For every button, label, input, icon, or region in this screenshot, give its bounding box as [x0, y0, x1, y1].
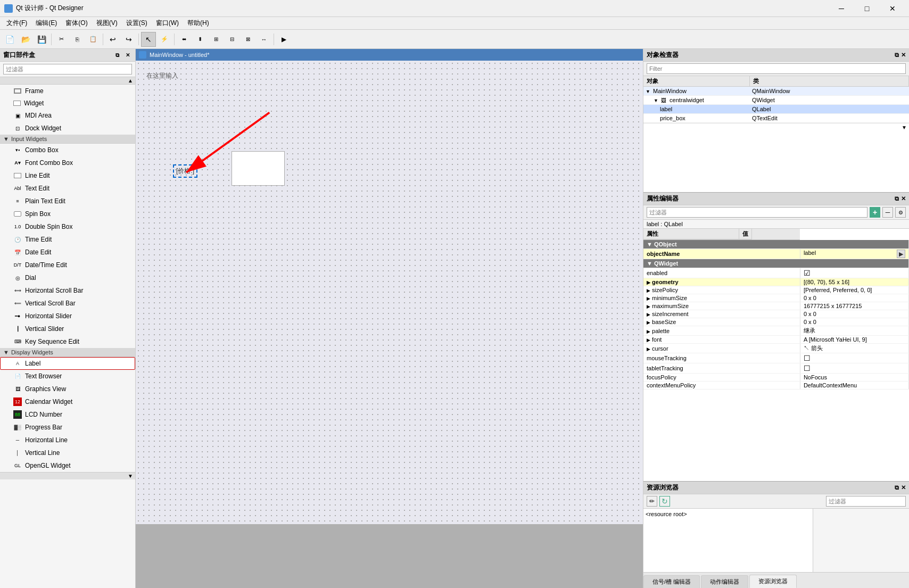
maximize-button[interactable]: □: [855, 0, 879, 17]
table-row[interactable]: label QLabel: [643, 105, 909, 114]
widget-item-fontcombo[interactable]: A▾ Font Combo Box: [0, 156, 135, 169]
widget-item-calendar[interactable]: 12 Calendar Widget: [0, 395, 135, 408]
prop-config-btn[interactable]: ⚙: [895, 207, 906, 218]
tab-action-editor[interactable]: 动作编辑器: [701, 575, 748, 588]
prop-row-minsize[interactable]: ▶ minimumSize 0 x 0: [643, 294, 909, 302]
menu-form[interactable]: 窗体(O): [61, 18, 92, 29]
widget-item-progressbar[interactable]: ▓░ Progress Bar: [0, 421, 135, 434]
obj-inspector-float-icon[interactable]: ⧉: [895, 52, 899, 59]
qwidget-expand[interactable]: ▼: [647, 260, 652, 267]
prop-remove-btn[interactable]: ─: [882, 207, 893, 218]
widget-item-plaintextedit[interactable]: ≡ Plain Text Edit: [0, 195, 135, 208]
widget-item-keyseq[interactable]: ⌨ Key Sequence Edit: [0, 335, 135, 348]
widget-item-vline[interactable]: │ Vertical Line: [0, 446, 135, 459]
widget-item-opengl[interactable]: GL OpenGL Widget: [0, 459, 135, 472]
toolbar-layout-grid[interactable]: ⊞: [209, 32, 224, 47]
toolbar-open[interactable]: 📂: [18, 32, 33, 47]
widget-item-dock[interactable]: ⊡ Dock Widget: [0, 122, 135, 135]
prop-row-enabled[interactable]: enabled ☑: [643, 268, 909, 278]
toolbar-preview[interactable]: ▶: [276, 32, 291, 47]
widget-item-frame[interactable]: Frame: [0, 85, 135, 97]
tree-scroll-down[interactable]: ▼: [899, 123, 909, 131]
cursor-expand[interactable]: ▶: [647, 346, 650, 352]
toolbar-layout-form[interactable]: ⊟: [225, 32, 239, 47]
prop-row-font[interactable]: ▶ font A [Microsoft YaHei UI, 9]: [643, 336, 909, 344]
tab-resource-browser[interactable]: 资源浏览器: [749, 575, 797, 588]
prop-row-palette[interactable]: ▶ palette 继承: [643, 326, 909, 336]
prop-value-objectname[interactable]: label ▶: [800, 249, 908, 259]
designer-canvas-area[interactable]: 在这里输入 [价格:]: [136, 61, 643, 588]
menu-file[interactable]: 文件(F): [2, 18, 31, 29]
widget-item-lineedit[interactable]: Line Edit: [0, 169, 135, 182]
toolbar-new[interactable]: 📄: [2, 32, 17, 47]
mousetracking-checkbox[interactable]: ☐: [804, 354, 811, 362]
font-expand[interactable]: ▶: [647, 337, 650, 343]
widget-item-textedit[interactable]: Abl Text Edit: [0, 182, 135, 195]
scroll-down-btn[interactable]: ▼: [126, 473, 135, 479]
menu-edit[interactable]: 编辑(E): [31, 18, 61, 29]
prop-row-mousetracking[interactable]: mouseTracking ☐: [643, 353, 909, 363]
toolbar-layout-v[interactable]: ⬍: [193, 32, 208, 47]
toolbar-cut[interactable]: ✂: [54, 32, 69, 47]
obj-inspector-close-icon[interactable]: ✕: [901, 52, 906, 59]
expand-icon-centralwidget[interactable]: ▼: [654, 98, 658, 103]
widget-item-lcdnumber[interactable]: 88 LCD Number: [0, 408, 135, 421]
qobject-expand[interactable]: ▼: [647, 241, 652, 247]
minsize-expand[interactable]: ▶: [647, 296, 650, 301]
section-display-widgets[interactable]: ▼ Display Widgets: [0, 348, 135, 357]
prop-row-maxsize[interactable]: ▶ maximumSize 16777215 x 16777215: [643, 302, 909, 310]
resource-pencil-btn[interactable]: ✏: [647, 496, 657, 507]
basesize-expand[interactable]: ▶: [647, 320, 650, 325]
widget-item-textbrowser[interactable]: 📄 Text Browser: [0, 370, 135, 383]
close-button[interactable]: ✕: [880, 0, 905, 17]
panel-close-icon[interactable]: ✕: [123, 51, 132, 60]
toolbar-save[interactable]: 💾: [34, 32, 49, 47]
table-row[interactable]: ▼ 🖼 centralwidget QWidget: [643, 96, 909, 105]
widget-item-hslider[interactable]: ━● Horizontal Slider: [0, 310, 135, 322]
prop-row-basesize[interactable]: ▶ baseSize 0 x 0: [643, 318, 909, 326]
menu-window[interactable]: 窗口(W): [152, 18, 183, 29]
objectname-arrow[interactable]: ▶: [897, 250, 905, 258]
panel-float-icon[interactable]: ⧉: [113, 51, 121, 60]
toolbar-connect[interactable]: ⚡: [157, 32, 172, 47]
toolbar-pointer[interactable]: ↖: [141, 32, 156, 47]
toolbar-layout-h[interactable]: ⬌: [177, 32, 192, 47]
canvas-label-widget[interactable]: [价格:]: [173, 164, 197, 178]
maxsize-expand[interactable]: ▶: [647, 304, 650, 309]
palette-expand[interactable]: ▶: [647, 329, 650, 334]
table-row[interactable]: price_box QTextEdit: [643, 114, 909, 123]
toolbar-undo[interactable]: ↩: [105, 32, 120, 47]
widget-item-doublespinbox[interactable]: 1.0 Double Spin Box: [0, 220, 135, 233]
resource-filter-input[interactable]: [826, 496, 906, 507]
menu-help[interactable]: 帮助(H): [183, 18, 213, 29]
prop-row-cursor[interactable]: ▶ cursor ↖ 箭头: [643, 344, 909, 353]
widget-item-graphicsview[interactable]: 🖼 Graphics View: [0, 383, 135, 395]
expand-icon-mainwindow[interactable]: ▼: [646, 89, 650, 94]
widget-item-dial[interactable]: ◎ Dial: [0, 271, 135, 284]
widget-item-widget[interactable]: Widget: [0, 97, 135, 109]
prop-value-enabled[interactable]: ☑: [800, 268, 908, 278]
widget-item-hscrollbar[interactable]: ⟺ Horizontal Scroll Bar: [0, 284, 135, 297]
prop-row-geometry[interactable]: ▶ geometry [(80, 70), 55 x 16]: [643, 278, 909, 286]
widget-item-spinbox[interactable]: Spin Box: [0, 208, 135, 220]
scroll-up-btn[interactable]: ▲: [126, 77, 135, 84]
prop-editor-close-icon[interactable]: ✕: [901, 195, 906, 202]
menu-view[interactable]: 视图(V): [92, 18, 122, 29]
geometry-expand[interactable]: ▶: [647, 280, 650, 285]
prop-row-tablettracking[interactable]: tabletTracking ☐: [643, 363, 909, 374]
resource-root-item[interactable]: <resource root>: [646, 511, 687, 517]
widget-item-mdi[interactable]: ▣ MDI Area: [0, 109, 135, 122]
prop-row-sizepolicy[interactable]: ▶ sizePolicy [Preferred, Preferred, 0, 0…: [643, 286, 909, 294]
toolbar-redo[interactable]: ↪: [121, 32, 136, 47]
widget-item-label[interactable]: A Label: [0, 357, 135, 370]
widget-item-dateedit[interactable]: 📅 Date Edit: [0, 246, 135, 259]
toolbar-paste[interactable]: 📋: [86, 32, 101, 47]
canvas-text-widget[interactable]: [232, 151, 285, 186]
widget-item-timeedit[interactable]: 🕐 Time Edit: [0, 233, 135, 246]
tab-signal-slot[interactable]: 信号/槽 编辑器: [643, 575, 700, 588]
prop-value-tablettracking[interactable]: ☐: [800, 363, 908, 374]
prop-row-focuspolicy[interactable]: focusPolicy NoFocus: [643, 374, 909, 382]
toolbar-layout-break[interactable]: ⊠: [241, 32, 255, 47]
object-filter-input[interactable]: [647, 63, 906, 74]
enabled-checkbox[interactable]: ☑: [804, 269, 811, 277]
